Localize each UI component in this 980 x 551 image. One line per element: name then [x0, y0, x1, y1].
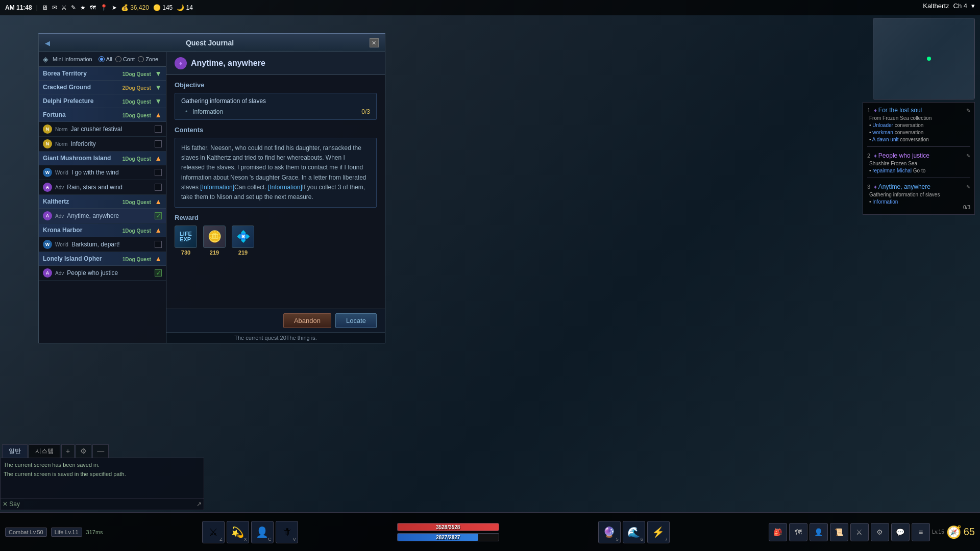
detail-body: Objective Gathering information of slave… — [166, 75, 385, 309]
right-icons: 🎒 🗺 👤 📜 ⚔ ⚙ 💬 ≡ Lv.15 🧭 65 — [769, 523, 975, 541]
zone-header-cracked-ground[interactable]: Cracked Ground 2Dog Quest ▼ — [39, 81, 166, 94]
close-button[interactable]: ✕ — [370, 38, 379, 47]
skill-slot-3[interactable]: 👤C — [251, 521, 274, 543]
zone-name: Lonely Island Opher — [43, 255, 102, 262]
quest-item-jar-crusher-festival[interactable]: N Norm Jar crusher festival — [39, 122, 166, 137]
chat-tab-general[interactable]: 일반 — [2, 444, 28, 458]
chat-tab-system[interactable]: 시스템 — [29, 444, 60, 458]
zone-header-giant-mushroom-island[interactable]: Giant Mushroom Island 1Dog Quest ▲ — [39, 152, 166, 165]
zone-header-borea-territory[interactable]: Borea Territory 1Dog Quest ▼ — [39, 67, 166, 81]
objective-item: • Information 0/3 — [181, 108, 370, 115]
quest-item-i-go-with-the-wind[interactable]: W World I go with the wind — [39, 165, 166, 180]
player-dot — [927, 57, 931, 61]
zone-header-fortuna[interactable]: Fortuna 1Dog Quest ▲ — [39, 108, 166, 122]
filter-cont[interactable]: Cont — [115, 56, 135, 62]
chat-tab-minus[interactable]: — — [92, 444, 109, 458]
location-name: Kalthertz — [923, 2, 949, 10]
top-hud: AM 11:48 | 🖥 ✉ ⚔ ✎ ★ 🗺 📍 ➤ 💰 36,420 🟡 14… — [0, 0, 980, 15]
skill-slot-5[interactable]: 🔮5 — [598, 521, 621, 543]
tracker-edit[interactable]: ✎ — [966, 153, 970, 159]
quest-checkbox[interactable]: ✓ — [155, 269, 162, 277]
quest-btn[interactable]: 📜 — [830, 523, 848, 541]
reward-silver-value: 219 — [210, 249, 219, 256]
zone-badge: ▲ — [155, 111, 162, 119]
tracker-sub: • repairman Michal Go to — [867, 168, 970, 173]
zone-name: Krona Harbor — [43, 227, 82, 234]
detail-title: Anytime, anywhere — [191, 59, 265, 68]
skill-slot-7[interactable]: ⚡7 — [647, 521, 670, 543]
compass-icon[interactable]: 🧭 — [946, 525, 962, 539]
skill-slot-6[interactable]: 🌊6 — [623, 521, 645, 543]
tracker-title: For the lost soul — [878, 107, 922, 114]
filter-label: Mini information — [53, 56, 92, 62]
zone-tag: 1Dog Quest — [120, 156, 153, 162]
objective-main: Gathering information of slaves — [181, 97, 370, 105]
quest-checkbox[interactable] — [155, 184, 162, 191]
chat-tab-settings[interactable]: ⚙ — [76, 444, 91, 458]
tracker-sub: • A dawn unit conversation — [867, 137, 970, 142]
skill-slot-2[interactable]: 💫X — [227, 521, 249, 543]
radio-cont-label: Cont — [123, 56, 135, 62]
filter-all[interactable]: All — [99, 56, 112, 62]
filter-zone[interactable]: Zone — [138, 56, 158, 62]
bottom-hud: Combat Lv.50 Life Lv.11 317ms ⚔Z 💫X 👤C 🗡… — [0, 512, 980, 551]
abandon-button[interactable]: Abandon — [283, 313, 331, 328]
zone-header-lonely-island-opher[interactable]: Lonely Island Opher 1Dog Quest ▲ — [39, 252, 166, 266]
channel-dropdown[interactable]: ▾ — [971, 2, 975, 10]
quest-type-label: Adv — [55, 213, 64, 219]
quest-item-people-who-justice[interactable]: A Adv People who justice ✓ — [39, 266, 166, 281]
quest-type-icon: N — [43, 124, 52, 134]
tracker-diamond: ♦ — [874, 107, 878, 113]
quest-item-rain,-stars-and-wind[interactable]: A Adv Rain, stars and wind — [39, 180, 166, 195]
minimap-inner — [873, 18, 974, 99]
skill-bar-right: 🔮5 🌊6 ⚡7 — [598, 521, 670, 543]
zone-name: Fortuna — [43, 111, 66, 118]
inventory-btn[interactable]: 🎒 — [769, 523, 787, 541]
tracker-num: 1 — [867, 107, 870, 113]
map-btn[interactable]: 🗺 — [789, 523, 807, 541]
hp-bar: 3528/3528 — [397, 523, 499, 531]
quest-name: I go with the wind — [71, 169, 152, 176]
settings-btn[interactable]: ⚙ — [871, 523, 889, 541]
tracker-source: Gathering information of slaves — [867, 192, 970, 197]
reward-silver-icon: 🪙 — [203, 226, 226, 248]
chat-msg-1: The current screen has been saved in. — [4, 461, 201, 469]
combat-level: Combat Lv.50 — [5, 528, 47, 537]
menu-btn[interactable]: ≡ — [912, 523, 930, 541]
quest-item-anytime,-anywhere[interactable]: A Adv Anytime, anywhere ✓ — [39, 209, 166, 223]
quest-type-icon: W — [43, 240, 52, 249]
ping-display: 317ms — [86, 529, 103, 535]
locate-button[interactable]: Locate — [335, 313, 377, 328]
quest-checkbox[interactable] — [155, 140, 162, 147]
chat-tab-add[interactable]: + — [61, 444, 75, 458]
obj-bullet: • — [185, 108, 188, 115]
zone-name: Delphi Prefecture — [43, 97, 93, 105]
quest-type-icon: A — [43, 183, 52, 192]
contents-title: Contents — [175, 126, 377, 134]
quest-checkbox[interactable] — [155, 169, 162, 176]
quest-item-barkstum,-depart![interactable]: W World Barkstum, depart! — [39, 237, 166, 252]
guild-btn[interactable]: ⚔ — [850, 523, 869, 541]
quest-checkbox[interactable] — [155, 126, 162, 133]
skill-slot-1[interactable]: ⚔Z — [202, 521, 225, 543]
zone-header-krona-harbor[interactable]: Krona Harbor 1Dog Quest ▲ — [39, 223, 166, 237]
zone-badge: ▲ — [155, 226, 162, 234]
chat-input[interactable] — [23, 500, 197, 508]
tracker-edit[interactable]: ✎ — [966, 184, 970, 190]
obj-count: 0/3 — [361, 108, 370, 115]
quest-checkbox[interactable]: ✓ — [155, 212, 162, 219]
skill-slot-4[interactable]: 🗡V — [276, 521, 298, 543]
quest-checkbox[interactable] — [155, 241, 162, 248]
quest-item-inferiority[interactable]: N Norm Inferiority — [39, 137, 166, 152]
zone-badge: ▼ — [155, 97, 162, 105]
character-btn[interactable]: 👤 — [810, 523, 828, 541]
reward-lifeexp-value: 730 — [181, 249, 190, 256]
quest-type-label: Adv — [55, 185, 64, 190]
chat-expand[interactable]: ↗ — [197, 500, 202, 508]
tracker-edit[interactable]: ✎ — [966, 108, 970, 113]
zone-header-delphi-prefecture[interactable]: Delphi Prefecture 1Dog Quest ▼ — [39, 94, 166, 108]
chat-btn[interactable]: 💬 — [891, 523, 910, 541]
zone-header-kalthertz[interactable]: Kalthertz 1Dog Quest ▲ — [39, 195, 166, 209]
status-bar: The current quest 20The thing is. — [166, 332, 385, 343]
lv-badge: Lv.15 — [932, 529, 944, 535]
